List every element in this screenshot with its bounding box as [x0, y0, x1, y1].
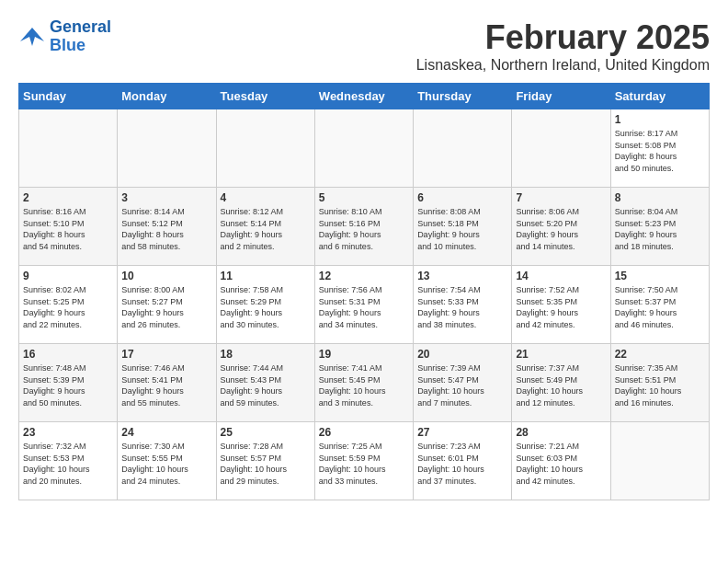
page-header: General Blue February 2025 Lisnaskea, No…	[18, 18, 710, 74]
day-number: 21	[516, 348, 606, 361]
day-cell	[19, 109, 118, 188]
day-number: 8	[615, 191, 705, 204]
day-number: 15	[615, 270, 705, 282]
day-number: 4	[221, 191, 311, 204]
day-number: 27	[417, 426, 507, 439]
day-number: 28	[516, 426, 606, 439]
week-row-1: 1Sunrise: 8:17 AM Sunset: 5:08 PM Daylig…	[19, 109, 710, 188]
week-row-5: 23Sunrise: 7:32 AM Sunset: 5:53 PM Dayli…	[19, 422, 710, 500]
day-info: Sunrise: 7:28 AM Sunset: 5:57 PM Dayligh…	[221, 441, 311, 487]
day-cell: 20Sunrise: 7:39 AM Sunset: 5:47 PM Dayli…	[414, 344, 512, 422]
day-number: 23	[23, 426, 113, 439]
day-cell	[512, 109, 610, 188]
day-info: Sunrise: 8:08 AM Sunset: 5:18 PM Dayligh…	[417, 206, 507, 252]
day-cell	[414, 109, 512, 188]
day-info: Sunrise: 7:56 AM Sunset: 5:31 PM Dayligh…	[319, 284, 409, 330]
header-tuesday: Tuesday	[216, 84, 314, 109]
day-cell: 25Sunrise: 7:28 AM Sunset: 5:57 PM Dayli…	[216, 422, 314, 500]
day-number: 12	[319, 270, 409, 282]
day-info: Sunrise: 7:58 AM Sunset: 5:29 PM Dayligh…	[221, 284, 311, 330]
day-number: 7	[516, 191, 606, 204]
day-cell: 17Sunrise: 7:46 AM Sunset: 5:41 PM Dayli…	[118, 344, 216, 422]
day-info: Sunrise: 7:44 AM Sunset: 5:43 PM Dayligh…	[221, 362, 311, 408]
day-number: 26	[319, 426, 409, 439]
day-number: 18	[221, 348, 311, 361]
day-cell: 23Sunrise: 7:32 AM Sunset: 5:53 PM Dayli…	[19, 422, 118, 500]
day-info: Sunrise: 8:16 AM Sunset: 5:10 PM Dayligh…	[23, 206, 113, 252]
day-number: 20	[417, 348, 507, 361]
header-sunday: Sunday	[19, 84, 118, 109]
day-info: Sunrise: 8:14 AM Sunset: 5:12 PM Dayligh…	[121, 206, 211, 252]
day-info: Sunrise: 7:52 AM Sunset: 5:35 PM Dayligh…	[516, 284, 606, 330]
day-number: 24	[121, 426, 211, 439]
day-cell: 9Sunrise: 8:02 AM Sunset: 5:25 PM Daylig…	[19, 266, 118, 344]
day-info: Sunrise: 7:37 AM Sunset: 5:49 PM Dayligh…	[516, 362, 606, 408]
day-info: Sunrise: 8:02 AM Sunset: 5:25 PM Dayligh…	[23, 284, 113, 330]
logo-line2: Blue	[50, 36, 85, 54]
day-cell: 4Sunrise: 8:12 AM Sunset: 5:14 PM Daylig…	[216, 188, 314, 266]
day-cell: 13Sunrise: 7:54 AM Sunset: 5:33 PM Dayli…	[414, 266, 512, 344]
day-info: Sunrise: 8:06 AM Sunset: 5:20 PM Dayligh…	[516, 206, 606, 252]
day-cell: 18Sunrise: 7:44 AM Sunset: 5:43 PM Dayli…	[216, 344, 314, 422]
day-info: Sunrise: 8:17 AM Sunset: 5:08 PM Dayligh…	[615, 128, 705, 174]
day-number: 22	[615, 348, 705, 361]
logo: General Blue	[18, 18, 111, 55]
day-number: 25	[221, 426, 311, 439]
day-cell: 12Sunrise: 7:56 AM Sunset: 5:31 PM Dayli…	[314, 266, 413, 344]
day-info: Sunrise: 8:10 AM Sunset: 5:16 PM Dayligh…	[319, 206, 409, 252]
day-cell: 28Sunrise: 7:21 AM Sunset: 6:03 PM Dayli…	[512, 422, 610, 500]
week-row-4: 16Sunrise: 7:48 AM Sunset: 5:39 PM Dayli…	[19, 344, 710, 422]
day-cell	[610, 422, 709, 500]
day-number: 11	[221, 270, 311, 282]
calendar-title: February 2025	[416, 18, 710, 57]
day-number: 1	[615, 113, 705, 126]
day-cell: 11Sunrise: 7:58 AM Sunset: 5:29 PM Dayli…	[216, 266, 314, 344]
day-info: Sunrise: 7:54 AM Sunset: 5:33 PM Dayligh…	[417, 284, 507, 330]
day-number: 14	[516, 270, 606, 282]
day-info: Sunrise: 7:48 AM Sunset: 5:39 PM Dayligh…	[23, 362, 113, 408]
day-cell	[216, 109, 314, 188]
day-number: 16	[23, 348, 113, 361]
header-friday: Friday	[512, 84, 610, 109]
day-cell: 10Sunrise: 8:00 AM Sunset: 5:27 PM Dayli…	[118, 266, 216, 344]
day-number: 9	[23, 270, 113, 282]
logo-line1: General	[50, 17, 111, 36]
day-cell: 24Sunrise: 7:30 AM Sunset: 5:55 PM Dayli…	[118, 422, 216, 500]
day-number: 3	[121, 191, 211, 204]
day-cell: 21Sunrise: 7:37 AM Sunset: 5:49 PM Dayli…	[512, 344, 610, 422]
day-cell: 19Sunrise: 7:41 AM Sunset: 5:45 PM Dayli…	[314, 344, 413, 422]
logo-text: General Blue	[50, 18, 111, 55]
day-cell: 8Sunrise: 8:04 AM Sunset: 5:23 PM Daylig…	[610, 188, 709, 266]
day-cell: 6Sunrise: 8:08 AM Sunset: 5:18 PM Daylig…	[414, 188, 512, 266]
day-info: Sunrise: 8:04 AM Sunset: 5:23 PM Dayligh…	[615, 206, 705, 252]
header-saturday: Saturday	[610, 84, 709, 109]
day-number: 19	[319, 348, 409, 361]
header-monday: Monday	[118, 84, 216, 109]
day-cell: 16Sunrise: 7:48 AM Sunset: 5:39 PM Dayli…	[19, 344, 118, 422]
header-thursday: Thursday	[414, 84, 512, 109]
day-number: 13	[417, 270, 507, 282]
day-cell: 5Sunrise: 8:10 AM Sunset: 5:16 PM Daylig…	[314, 188, 413, 266]
week-row-3: 9Sunrise: 8:02 AM Sunset: 5:25 PM Daylig…	[19, 266, 710, 344]
day-info: Sunrise: 7:39 AM Sunset: 5:47 PM Dayligh…	[417, 362, 507, 408]
day-info: Sunrise: 7:32 AM Sunset: 5:53 PM Dayligh…	[23, 441, 113, 487]
calendar-header-row: SundayMondayTuesdayWednesdayThursdayFrid…	[19, 84, 710, 109]
day-number: 17	[121, 348, 211, 361]
day-info: Sunrise: 8:12 AM Sunset: 5:14 PM Dayligh…	[221, 206, 311, 252]
day-cell	[314, 109, 413, 188]
logo-icon	[18, 23, 46, 51]
calendar-subtitle: Lisnaskea, Northern Ireland, United King…	[416, 57, 710, 74]
day-cell: 26Sunrise: 7:25 AM Sunset: 5:59 PM Dayli…	[314, 422, 413, 500]
day-info: Sunrise: 7:35 AM Sunset: 5:51 PM Dayligh…	[615, 362, 705, 408]
day-info: Sunrise: 7:30 AM Sunset: 5:55 PM Dayligh…	[121, 441, 211, 487]
day-info: Sunrise: 7:25 AM Sunset: 5:59 PM Dayligh…	[319, 441, 409, 487]
day-number: 6	[417, 191, 507, 204]
day-cell: 14Sunrise: 7:52 AM Sunset: 5:35 PM Dayli…	[512, 266, 610, 344]
day-cell	[118, 109, 216, 188]
day-number: 10	[121, 270, 211, 282]
day-info: Sunrise: 7:46 AM Sunset: 5:41 PM Dayligh…	[121, 362, 211, 408]
svg-marker-0	[20, 28, 44, 46]
day-info: Sunrise: 7:21 AM Sunset: 6:03 PM Dayligh…	[516, 441, 606, 487]
day-info: Sunrise: 8:00 AM Sunset: 5:27 PM Dayligh…	[121, 284, 211, 330]
calendar-table: SundayMondayTuesdayWednesdayThursdayFrid…	[18, 83, 710, 500]
